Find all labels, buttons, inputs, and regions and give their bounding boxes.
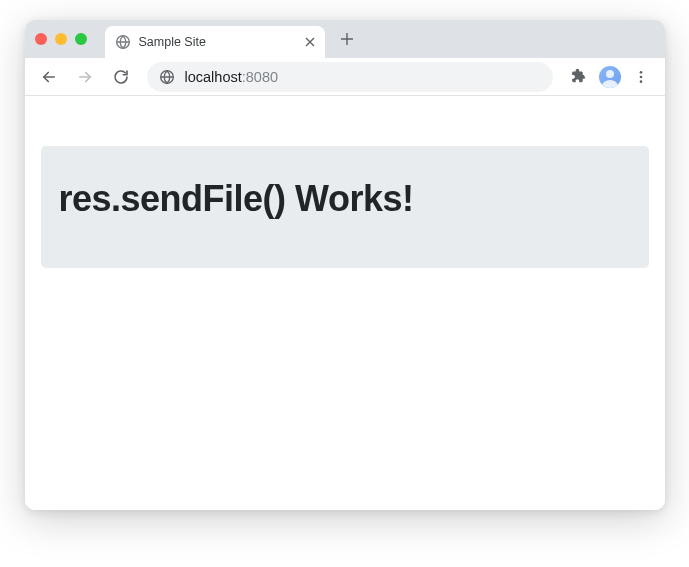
url-text: localhost:8080 [185,69,279,85]
menu-button[interactable] [625,61,657,93]
url-host: localhost [185,69,242,85]
browser-window: Sample Site [25,20,665,510]
svg-point-2 [639,71,642,74]
new-tab-button[interactable] [333,25,361,53]
svg-point-3 [639,75,642,78]
svg-point-4 [639,80,642,83]
page-viewport: res.sendFile() Works! [25,96,665,510]
url-port: :8080 [242,69,278,85]
window-maximize-button[interactable] [75,33,87,45]
back-button[interactable] [33,61,65,93]
reload-button[interactable] [105,61,137,93]
tab-title: Sample Site [139,35,297,49]
forward-button[interactable] [69,61,101,93]
extensions-button[interactable] [563,61,595,93]
address-bar[interactable]: localhost:8080 [147,62,553,92]
site-info-icon[interactable] [159,69,175,85]
jumbotron: res.sendFile() Works! [41,146,649,268]
tab-strip: Sample Site [25,20,665,58]
globe-icon [115,34,131,50]
window-close-button[interactable] [35,33,47,45]
page-heading: res.sendFile() Works! [59,178,631,220]
toolbar-right [563,61,657,93]
browser-tab[interactable]: Sample Site [105,26,325,58]
browser-toolbar: localhost:8080 [25,58,665,96]
profile-avatar[interactable] [599,66,621,88]
window-controls [35,33,87,45]
window-minimize-button[interactable] [55,33,67,45]
tab-close-button[interactable] [305,37,315,47]
